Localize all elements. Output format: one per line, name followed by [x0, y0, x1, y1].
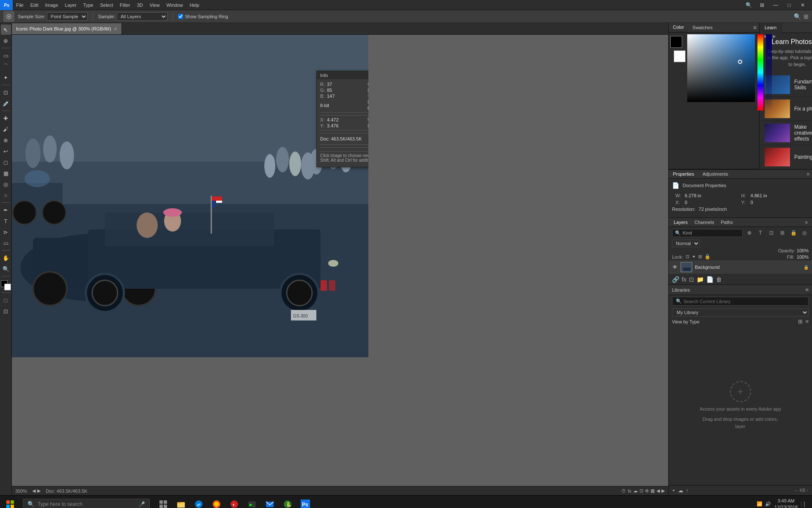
taskbar-serpent[interactable]: 🐍 [279, 496, 296, 508]
tool-eraser[interactable]: ◻ [1, 157, 11, 167]
sampling-ring-checkbox[interactable] [178, 14, 183, 19]
canvas-tab-main[interactable]: Iconic Photo Dark Blue.jpg @ 300% (RGB/8… [12, 23, 122, 34]
menu-select[interactable]: Select [97, 0, 117, 10]
layer-adjustment-filter[interactable]: ⊞ [778, 229, 787, 237]
layer-background[interactable]: 👁 Background 🔒 [669, 260, 812, 274]
libraries-add-circle[interactable]: + [730, 381, 751, 402]
taskbar-clock[interactable]: 3:49 AM 12/23/2018 [774, 498, 798, 508]
libraries-cloud-icon[interactable]: ☁ [678, 487, 683, 494]
tool-crop[interactable]: ⊡ [1, 87, 11, 97]
tool-hand[interactable]: ✋ [1, 253, 11, 263]
tool-blur[interactable]: ◎ [1, 179, 11, 189]
view-grid-icon[interactable]: ⊞ [798, 318, 803, 325]
histogram-icon[interactable]: ▦ [650, 488, 655, 494]
menu-image[interactable]: Image [42, 0, 62, 10]
tool-zoom[interactable]: 🔍 [1, 264, 11, 274]
taskbar-mail[interactable] [261, 496, 278, 508]
lock-position-icon[interactable]: ✦ [692, 254, 696, 260]
libraries-search-box[interactable]: 🔍 [672, 297, 809, 306]
alpha-strip[interactable] [766, 34, 772, 110]
zoom-out-button[interactable]: 🔍 [794, 13, 801, 20]
libraries-upload-icon[interactable]: ↑ [686, 487, 689, 494]
menu-window[interactable]: Window [163, 0, 186, 10]
layer-smart-filter[interactable]: 🔒 [789, 229, 798, 237]
layer-fx-icon[interactable]: fx [682, 276, 686, 283]
tab-properties[interactable]: Properties [669, 170, 698, 178]
tool-shape[interactable]: ▭ [1, 238, 11, 248]
menu-help[interactable]: Help [187, 0, 203, 10]
alpha-arrow-btn[interactable]: ▶ [773, 34, 776, 39]
network-icon[interactable]: 📶 [757, 501, 763, 507]
layer-group-icon[interactable]: 📁 [697, 276, 704, 283]
tool-screen-mode[interactable]: ⊡ [1, 306, 11, 316]
tab-color[interactable]: Color [669, 23, 688, 32]
canvas-tab-close[interactable]: ✕ [114, 27, 117, 31]
nav-left-icon[interactable]: ◀ [32, 488, 36, 494]
menu-type[interactable]: Type [80, 0, 97, 10]
arrange-windows-button[interactable]: ⊞ [804, 13, 809, 20]
layer-filter-visible[interactable]: ◎ [800, 229, 809, 237]
tool-dodge[interactable]: ○ [1, 190, 11, 200]
layer-visibility-toggle[interactable]: 👁 [672, 264, 678, 270]
tab-learn[interactable]: Learn [760, 23, 782, 33]
tool-marquee[interactable]: ▭ [1, 50, 11, 61]
taskbar-search-box[interactable]: 🔍 Type here to search 🎤 [23, 499, 150, 508]
tool-brush[interactable]: 🖌 [1, 124, 11, 134]
color-spectrum[interactable] [687, 34, 755, 102]
maximize-win-button[interactable]: □ [783, 0, 795, 10]
tab-adjustments[interactable]: Adjustments [698, 170, 732, 178]
taskbar-terminal[interactable]: ▶_ [244, 496, 261, 508]
3d-icon[interactable]: ⊕ [645, 488, 649, 494]
nav-right-icon[interactable]: ▶ [37, 488, 41, 494]
color-panel-options-icon[interactable]: ≡ [751, 24, 759, 31]
tab-layers[interactable]: Layers [670, 218, 691, 226]
layers-search[interactable]: 🔍 Kind [672, 229, 743, 237]
layer-delete-icon[interactable]: 🗑 [716, 276, 722, 283]
layer-pixel-filter[interactable]: ⊡ [767, 229, 776, 237]
taskbar-photoshop[interactable]: Ps [297, 496, 314, 508]
tool-gradient[interactable]: ▦ [1, 168, 11, 178]
libraries-add-icon[interactable]: + [672, 487, 675, 494]
layer-artboard-filter[interactable]: T [756, 229, 765, 237]
menu-edit[interactable]: Edit [27, 0, 42, 10]
fx-icon[interactable]: fx [628, 489, 631, 494]
foreground-color-swatch[interactable] [670, 36, 682, 48]
background-color[interactable] [4, 284, 11, 290]
menu-view[interactable]: View [146, 0, 163, 10]
close-win-button[interactable]: ✕ [797, 0, 809, 10]
libraries-search-input[interactable] [683, 299, 805, 304]
sample-size-select[interactable]: Point Sample [47, 12, 88, 21]
color-spectrum-area[interactable] [687, 34, 755, 102]
tool-magic-wand[interactable]: ✦ [1, 72, 11, 83]
libraries-options-icon[interactable]: ≡ [805, 287, 809, 293]
tool-mask-mode[interactable]: □ [1, 295, 11, 305]
view-list-icon[interactable]: ≡ [805, 318, 809, 325]
layer-link-icon[interactable]: 🔗 [672, 276, 679, 283]
arrow-right-status[interactable]: ▶ [661, 488, 665, 494]
tool-text[interactable]: T [1, 216, 11, 226]
tab-swatches[interactable]: Swatches [688, 23, 717, 32]
start-button[interactable] [0, 496, 20, 508]
taskbar-task-view[interactable] [155, 496, 172, 508]
background-color-swatch[interactable] [674, 50, 686, 62]
tool-healing[interactable]: ✚ [1, 113, 11, 123]
layer-new-icon[interactable]: 📄 [706, 276, 713, 283]
sampling-ring-option[interactable]: Show Sampling Ring [178, 14, 228, 19]
timeline-icon[interactable]: ⏱ [621, 489, 626, 494]
tool-pen[interactable]: ✒ [1, 205, 11, 215]
layer-type-filter[interactable]: ⊕ [745, 229, 754, 237]
minimize-button[interactable]: 🔍 [743, 0, 754, 10]
minimize-win-button[interactable]: — [770, 0, 782, 10]
tab-channels[interactable]: Channels [691, 218, 717, 226]
tool-eyedropper[interactable]: 💉 [1, 98, 11, 108]
tool-path-select[interactable]: ⊳ [1, 227, 11, 237]
properties-options[interactable]: ≡ [804, 171, 812, 177]
volume-icon[interactable]: 🔊 [765, 501, 771, 507]
show-desktop-button[interactable]: │ [801, 502, 808, 507]
tool-preset-picker[interactable] [3, 11, 14, 22]
menu-file[interactable]: File [13, 0, 27, 10]
lock-all-icon[interactable]: 🔒 [705, 254, 710, 260]
taskbar-firefox[interactable] [208, 496, 225, 508]
lock-artboard-icon[interactable]: ⊞ [698, 254, 702, 260]
arrow-left-status[interactable]: ◀ [656, 488, 660, 494]
